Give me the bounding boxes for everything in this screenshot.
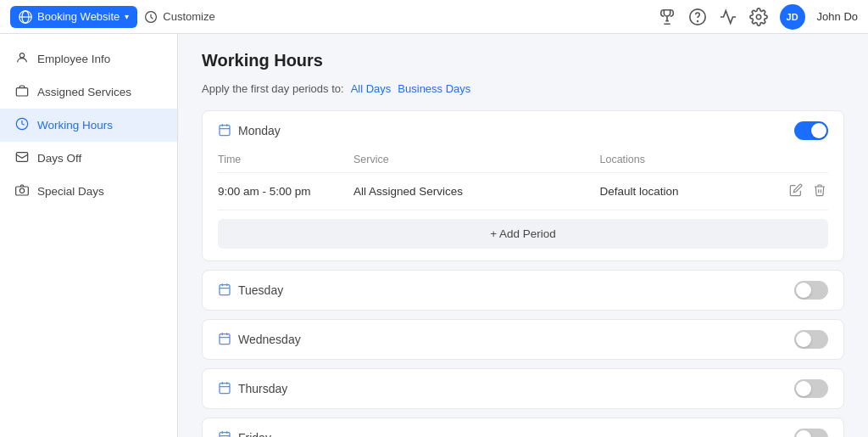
wednesday-toggle-thumb (796, 332, 811, 347)
help-icon[interactable] (688, 8, 707, 26)
svg-point-12 (19, 188, 24, 193)
customize-icon (144, 10, 158, 24)
svg-point-7 (19, 53, 24, 58)
thursday-toggle[interactable] (794, 379, 828, 398)
sidebar-item-days-off[interactable]: Days Off (0, 142, 177, 175)
main-content: Working Hours Apply the first day period… (178, 34, 868, 437)
wednesday-toggle[interactable] (794, 330, 828, 349)
tuesday-label-group: Tuesday (218, 283, 283, 299)
thursday-day-name: Thursday (238, 382, 287, 395)
avatar: JD (780, 4, 805, 30)
camera-icon (15, 183, 29, 199)
day-card-wednesday: Wednesday (202, 319, 844, 360)
monday-time-table: Time Service Locations 9:00 am - 5:00 pm… (218, 150, 828, 210)
period-service: All Assigned Services (353, 173, 600, 210)
sidebar-item-working-hours[interactable]: Working Hours (0, 109, 177, 142)
delete-period-button[interactable] (811, 182, 828, 201)
main-layout: Employee Info Assigned Services Working … (0, 34, 868, 437)
days-container: Monday Time Service Locations (202, 110, 844, 437)
day-card-monday: Monday Time Service Locations (202, 110, 844, 261)
activity-icon[interactable] (719, 8, 737, 26)
page-title: Working Hours (202, 51, 844, 70)
svg-point-6 (756, 14, 761, 20)
calendar-icon-thursday (218, 381, 231, 397)
period-location: Default location (600, 173, 777, 210)
friday-day-name: Friday (238, 431, 271, 437)
monday-toggle[interactable] (794, 121, 828, 140)
wednesday-day-name: Wednesday (238, 333, 301, 346)
all-days-link[interactable]: All Days (351, 82, 392, 95)
day-header-friday: Friday (203, 418, 843, 437)
calendar-icon-tuesday (218, 283, 231, 299)
topnav-right: JD John Do (658, 4, 858, 30)
svg-rect-21 (220, 333, 230, 344)
employee-icon (15, 51, 29, 67)
svg-rect-10 (16, 153, 27, 162)
sidebar-label-special-days: Special Days (37, 185, 104, 198)
period-time: 9:00 am - 5:00 pm (218, 173, 353, 210)
trophy-icon[interactable] (658, 8, 676, 26)
booking-website-label: Booking Website (37, 10, 120, 23)
col-actions (777, 150, 828, 173)
day-card-friday: Friday (202, 417, 844, 437)
col-locations: Locations (600, 150, 777, 173)
action-icons (777, 182, 828, 201)
settings-icon[interactable] (749, 8, 768, 26)
friday-toggle-thumb (796, 430, 811, 437)
svg-rect-8 (16, 88, 27, 96)
svg-rect-25 (220, 383, 230, 393)
edit-period-button[interactable] (787, 182, 804, 201)
sidebar-label-employee: Employee Info (37, 53, 110, 65)
wednesday-label-group: Wednesday (218, 332, 301, 348)
col-time: Time (218, 150, 353, 173)
friday-label-group: Friday (218, 430, 271, 438)
day-header-tuesday: Tuesday (203, 271, 843, 310)
monday-body: Time Service Locations 9:00 am - 5:00 pm… (203, 150, 843, 261)
calendar-icon-wednesday (218, 332, 231, 348)
day-header-wednesday: Wednesday (203, 320, 843, 359)
top-navigation: Booking Website ▾ Customize (0, 0, 868, 34)
sidebar-item-assigned-services[interactable]: Assigned Services (0, 76, 177, 109)
briefcase-icon (15, 84, 29, 100)
day-header-monday: Monday (203, 111, 843, 150)
sidebar-item-employee-info[interactable]: Employee Info (0, 42, 177, 76)
svg-rect-13 (220, 125, 230, 135)
add-period-label: + Add Period (490, 227, 556, 240)
sidebar-label-days-off: Days Off (37, 152, 81, 165)
tuesday-toggle-thumb (796, 283, 811, 298)
thursday-toggle-thumb (796, 381, 811, 396)
booking-website-button[interactable]: Booking Website ▾ (10, 6, 137, 28)
customize-button[interactable]: Customize (144, 10, 214, 24)
sidebar-label-assigned-services: Assigned Services (37, 86, 131, 98)
sidebar: Employee Info Assigned Services Working … (0, 34, 178, 437)
tuesday-day-name: Tuesday (238, 283, 283, 297)
booking-chevron-icon: ▾ (125, 12, 129, 21)
apply-row: Apply the first day periods to: All Days… (202, 82, 844, 95)
svg-rect-29 (220, 432, 230, 437)
svg-rect-17 (220, 284, 230, 294)
day-card-thursday: Thursday (202, 368, 844, 409)
table-row: 9:00 am - 5:00 pm All Assigned Services … (218, 173, 828, 210)
day-header-thursday: Thursday (203, 369, 843, 408)
business-days-link[interactable]: Business Days (398, 82, 470, 95)
day-card-tuesday: Tuesday (202, 270, 844, 311)
sidebar-item-special-days[interactable]: Special Days (0, 175, 177, 208)
globe-icon (19, 10, 32, 24)
topnav-left: Booking Website ▾ Customize (10, 6, 215, 28)
monday-label-group: Monday (218, 123, 281, 139)
apply-label: Apply the first day periods to: (202, 82, 344, 95)
monday-toggle-thumb (811, 123, 826, 138)
svg-point-5 (697, 20, 698, 21)
monday-day-name: Monday (238, 124, 281, 137)
calendar-icon-friday (218, 430, 231, 438)
tuesday-toggle[interactable] (794, 281, 828, 300)
mail-icon (15, 150, 29, 166)
col-service: Service (353, 150, 600, 173)
calendar-icon-monday (218, 123, 231, 139)
period-actions (777, 173, 828, 210)
customize-label: Customize (163, 10, 214, 23)
sidebar-label-working-hours: Working Hours (37, 119, 113, 132)
add-period-button[interactable]: + Add Period (218, 219, 828, 249)
friday-toggle[interactable] (794, 429, 828, 437)
user-name: John Do (817, 10, 858, 23)
